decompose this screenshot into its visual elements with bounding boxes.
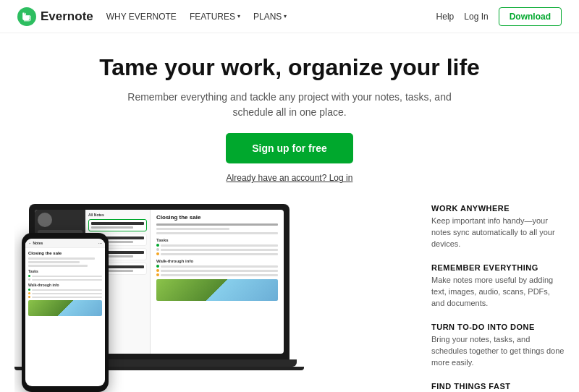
evernote-logo-icon xyxy=(17,7,36,26)
bullet-1 xyxy=(156,244,278,247)
phone-section-1: Tasks xyxy=(28,269,102,273)
walkthrough-title: Walk-through info xyxy=(156,259,278,263)
feature-remember-everything: REMEMBER EVERYTHING Make notes more usef… xyxy=(431,263,565,310)
phone-mockup: ← Notes ⋯ Closing the sale Tasks xyxy=(22,233,109,392)
phone-line-1 xyxy=(28,257,95,260)
w-bullet-line-2 xyxy=(161,270,278,272)
main-content: All Notes xyxy=(0,197,579,392)
w-bullet-dot-3 xyxy=(156,273,159,276)
nav-why-evernote[interactable]: WHY EVERNOTE xyxy=(106,12,177,22)
hero-headline: Tame your work, organize your life xyxy=(14,54,565,81)
feature-title-3: TURN TO-DO INTO DONE xyxy=(431,323,565,331)
feature-title-4: FIND THINGS FAST xyxy=(431,382,565,391)
bullet-line-1 xyxy=(161,244,278,247)
phone-line-3 xyxy=(28,265,88,267)
nav-links: WHY EVERNOTE FEATURES ▾ PLANS ▾ xyxy=(106,12,436,22)
hero-login-link[interactable]: Already have an account? Log in xyxy=(227,173,353,183)
list-item-title xyxy=(91,222,144,225)
nav-help[interactable]: Help xyxy=(436,12,455,22)
nav-features[interactable]: FEATURES ▾ xyxy=(190,12,240,22)
hero-section: Tame your work, organize your life Remem… xyxy=(0,33,579,197)
w-bullet-line-3 xyxy=(161,274,278,276)
walkthrough-bullet-1 xyxy=(156,265,278,268)
feature-desc-3: Bring your notes, tasks, and schedules t… xyxy=(431,334,565,369)
w-bullet-dot-2 xyxy=(156,269,159,272)
features-sidebar: WORK ANYWHERE Keep important info handy—… xyxy=(420,197,565,392)
phone-app-header: ← Notes ⋯ xyxy=(25,239,105,248)
w-bullet-line-1 xyxy=(161,265,278,268)
phone-note-title: Closing the sale xyxy=(28,251,102,255)
feature-desc-2: Make notes more useful by adding text, i… xyxy=(431,275,565,310)
note-list-title: All Notes xyxy=(88,213,147,217)
note-line-3 xyxy=(156,232,278,234)
bullet-line-3 xyxy=(161,253,278,255)
phone-b-dot-5 xyxy=(28,296,30,298)
walkthrough-bullet-3 xyxy=(156,273,278,276)
plans-arrow-icon: ▾ xyxy=(284,13,287,20)
w-bullet-dot-1 xyxy=(156,265,159,268)
nav-plans[interactable]: PLANS ▾ xyxy=(253,12,287,22)
feature-find-fast: FIND THINGS FAST Get what you need, when… xyxy=(431,382,565,392)
svg-point-1 xyxy=(24,13,25,14)
phone-b-dot-3 xyxy=(28,289,30,291)
nav-login[interactable]: Log In xyxy=(464,12,488,22)
feature-work-anywhere: WORK ANYWHERE Keep important info handy—… xyxy=(431,204,565,250)
phone-header-icons: ⋯ xyxy=(98,241,102,245)
logo[interactable]: Evernote xyxy=(17,7,93,26)
feature-desc-1: Keep important info handy—your notes syn… xyxy=(431,216,565,250)
phone-b-line-1 xyxy=(32,276,102,277)
phone-b-line-2 xyxy=(32,279,102,281)
hero-login-text: Already have an account? Log in xyxy=(227,173,353,183)
logo-text: Evernote xyxy=(41,9,93,24)
note-section-walkthrough: Walk-through info xyxy=(156,259,278,276)
phone-section-2: Walk-through info xyxy=(28,283,102,287)
devices-area: All Notes xyxy=(14,197,420,392)
sidebar-avatar xyxy=(38,213,52,227)
phone-b-dot-1 xyxy=(28,275,30,277)
nav-right: Help Log In Download xyxy=(436,7,562,26)
bullet-dot-2 xyxy=(156,248,159,251)
phone-bullet-2 xyxy=(28,278,102,281)
bullet-3 xyxy=(156,252,278,255)
phone-b-line-4 xyxy=(32,293,102,294)
phone-note-content: Closing the sale Tasks Walk-through info xyxy=(25,248,105,319)
phone-b-line-3 xyxy=(32,289,102,291)
app-note-content: Closing the sale Tasks xyxy=(151,210,284,354)
phone-bullet-3 xyxy=(28,289,102,291)
phone-screen: ← Notes ⋯ Closing the sale Tasks xyxy=(25,239,105,386)
note-title: Closing the sale xyxy=(156,214,278,221)
signup-button[interactable]: Sign up for free xyxy=(226,133,352,163)
bullet-2 xyxy=(156,248,278,251)
section-title: Tasks xyxy=(156,238,278,242)
note-section-tasks: Tasks xyxy=(156,238,278,255)
walkthrough-bullet-2 xyxy=(156,269,278,272)
phone-b-dot-2 xyxy=(28,278,30,281)
phone-bullet-4 xyxy=(28,292,102,294)
phone-b-line-5 xyxy=(32,297,102,298)
phone-line-2 xyxy=(28,261,80,263)
bullet-dot-1 xyxy=(156,244,159,247)
feature-todo: TURN TO-DO INTO DONE Bring your notes, t… xyxy=(431,323,565,369)
feature-title-1: WORK ANYWHERE xyxy=(431,204,565,213)
download-button[interactable]: Download xyxy=(499,7,562,26)
note-image xyxy=(156,279,278,301)
bullet-line-2 xyxy=(161,249,278,251)
phone-bullet-5 xyxy=(28,296,102,298)
hero-subtext: Remember everything and tackle any proje… xyxy=(116,90,463,120)
phone-b-dot-4 xyxy=(28,292,30,294)
navigation: Evernote WHY EVERNOTE FEATURES ▾ PLANS ▾… xyxy=(0,0,579,33)
note-line-2 xyxy=(156,228,229,230)
feature-title-2: REMEMBER EVERYTHING xyxy=(431,263,565,272)
bullet-dot-3 xyxy=(156,252,159,255)
phone-bullet-1 xyxy=(28,275,102,277)
list-item-sub xyxy=(91,226,133,229)
note-line-1 xyxy=(156,223,278,226)
note-list-item-1 xyxy=(88,219,147,231)
phone-note-image xyxy=(28,300,102,316)
phone-header-title: ← Notes xyxy=(28,241,43,245)
features-arrow-icon: ▾ xyxy=(237,13,240,20)
